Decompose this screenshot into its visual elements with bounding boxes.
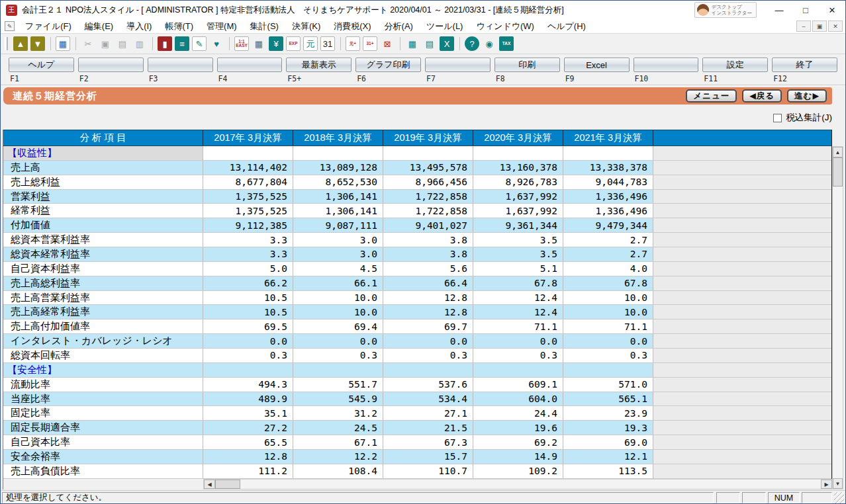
mdi-minimize-button[interactable]: – xyxy=(796,21,811,32)
toolbar-grip[interactable] xyxy=(5,37,8,50)
table-row[interactable]: 安全余裕率 12.8 12.2 15.7 14.9 12.1 xyxy=(3,450,831,464)
function-key-button[interactable]: 最新表示 xyxy=(286,58,352,72)
mdi-close-button[interactable]: ✕ xyxy=(828,21,843,32)
menu-item[interactable]: 分析(A) xyxy=(378,19,420,34)
menu-item[interactable]: 編集(E) xyxy=(78,19,120,34)
menu-item[interactable]: 導入(I) xyxy=(120,19,158,34)
ledger-gen-icon[interactable]: 元 xyxy=(303,36,318,51)
data-receive-icon[interactable]: ▲ xyxy=(13,36,28,51)
menu-item[interactable]: 決算(K) xyxy=(285,19,327,34)
calendar-add-icon[interactable]: 31+ xyxy=(363,36,377,51)
row-label: 売上総利益 xyxy=(3,175,203,190)
menu-item[interactable]: ファイル(F) xyxy=(19,19,78,34)
scroll-right-icon[interactable]: ▶ xyxy=(821,480,832,489)
child-window-icon[interactable]: ✎ xyxy=(5,21,15,31)
table-row[interactable]: 【収益性】 xyxy=(3,146,831,161)
paste-icon[interactable]: ▥ xyxy=(132,36,147,51)
export-exp-icon[interactable]: EXP xyxy=(286,36,301,51)
data-backup-icon[interactable]: ▼ xyxy=(30,36,45,51)
minimize-button[interactable]: — xyxy=(766,1,792,19)
easy-input-icon[interactable]: 1:1 EASY xyxy=(234,36,249,51)
table-row[interactable]: 総資本営業利益率 3.3 3.0 3.8 3.5 2.7 xyxy=(3,233,831,247)
function-key-button[interactable] xyxy=(78,58,144,72)
function-key-bar: ヘルプ F1 F2 F3 F4 最新表示 F5+ グラフ印刷 F6 F7 xyxy=(1,54,845,85)
cut-icon[interactable]: ✂ xyxy=(81,36,95,51)
function-key-button[interactable]: Excel xyxy=(564,58,630,72)
desktop-instructor-button[interactable]: デスクトップ インストラクター xyxy=(694,2,757,19)
horizontal-scroll-thumb[interactable] xyxy=(215,480,240,489)
row-label: 売上高経常利益率 xyxy=(3,305,203,319)
report-table-icon[interactable]: ▦ xyxy=(405,36,420,51)
resize-grip[interactable] xyxy=(834,492,844,503)
horizontal-scrollbar[interactable]: ◀ ▶ xyxy=(203,479,833,489)
vertical-scrollbar[interactable]: ▲ ▼ xyxy=(832,146,843,489)
ledger-book-icon[interactable]: ≡ xyxy=(175,36,189,51)
back-button[interactable]: ◀戻る xyxy=(742,89,782,103)
status-panel xyxy=(742,492,766,503)
help-icon[interactable]: ? xyxy=(465,36,479,51)
table-row[interactable]: 自己資本比率 65.5 67.1 67.3 69.2 69.0 xyxy=(3,435,831,450)
table-row[interactable]: 売上高負債比率 111.2 108.4 110.7 109.2 113.5 xyxy=(3,464,831,479)
table-row[interactable]: 当座比率 489.9 545.9 534.4 604.0 565.1 xyxy=(3,392,831,407)
scroll-left-icon[interactable]: ◀ xyxy=(204,480,215,489)
menu-item[interactable]: 消費税(X) xyxy=(327,19,377,34)
table-row[interactable]: 売上高付加価値率 69.5 69.4 69.7 71.1 71.1 xyxy=(3,319,831,334)
maximize-button[interactable]: □ xyxy=(792,1,819,19)
forward-button[interactable]: 進む▶ xyxy=(787,89,827,103)
table-row[interactable]: 自己資本利益率 5.0 4.5 5.6 5.1 4.0 xyxy=(3,262,831,276)
table-row[interactable]: 固定長期適合率 27.2 24.5 21.5 19.6 19.3 xyxy=(3,421,831,435)
table-row[interactable]: 売上総利益 8,677,804 8,652,530 8,966,456 8,92… xyxy=(3,175,831,190)
vertical-scroll-thumb[interactable] xyxy=(833,157,843,187)
keyboard-entry-icon[interactable]: ▦ xyxy=(252,36,266,51)
menu-item[interactable]: 集計(S) xyxy=(244,19,285,34)
table-row[interactable]: 売上高営業利益率 10.5 10.0 12.8 12.4 10.0 xyxy=(3,291,831,306)
ledger-add-icon[interactable]: 元+ xyxy=(346,36,360,51)
summary-table-icon[interactable]: ▤ xyxy=(422,36,437,51)
table-row[interactable]: インタレスト・カバレッジ・レシオ 0.0 0.0 0.0 0.0 0.0 xyxy=(3,334,831,349)
print-preview-icon[interactable]: ▤ xyxy=(115,36,130,51)
function-key-button[interactable]: ヘルプ xyxy=(9,58,74,72)
table-row[interactable]: 付加価値 9,112,385 9,087,111 9,401,027 9,361… xyxy=(3,218,831,233)
table-row[interactable]: 売上高 13,114,402 13,089,128 13,495,578 13,… xyxy=(3,161,831,175)
menu-item[interactable]: ウィンドウ(W) xyxy=(469,19,540,34)
function-key-button[interactable] xyxy=(148,58,213,72)
function-key-button[interactable] xyxy=(425,58,491,72)
table-row[interactable]: 経常利益 1,375,525 1,306,141 1,722,858 1,637… xyxy=(3,204,831,218)
close-button[interactable]: ✕ xyxy=(819,1,845,19)
row-label: 売上高 xyxy=(3,161,203,175)
mdi-restore-button[interactable]: ▣ xyxy=(812,21,827,32)
scroll-down-icon[interactable]: ▼ xyxy=(833,478,843,489)
menu-select-icon[interactable]: ▦ xyxy=(56,36,70,51)
menu-item[interactable]: 帳簿(T) xyxy=(158,19,200,34)
menu-item[interactable]: ツール(L) xyxy=(420,19,470,34)
function-key-button[interactable] xyxy=(634,58,699,72)
table-row[interactable]: 流動比率 494.3 551.7 537.6 609.1 571.0 xyxy=(3,378,831,392)
function-key-button[interactable]: 印刷 xyxy=(494,58,560,72)
table-row[interactable]: 総資本回転率 0.3 0.3 0.3 0.3 0.3 xyxy=(3,349,831,363)
web-icon[interactable]: ◉ xyxy=(482,36,496,51)
table-row[interactable]: 【安全性】 xyxy=(3,363,831,378)
function-key-button[interactable]: 設定 xyxy=(702,58,768,72)
copy-icon[interactable]: ▣ xyxy=(98,36,113,51)
scroll-up-icon[interactable]: ▲ xyxy=(833,147,843,157)
journal-book-icon[interactable]: ▮ xyxy=(158,36,172,51)
table-row[interactable]: 総資本経常利益率 3.3 3.0 3.8 3.5 2.7 xyxy=(3,247,831,262)
menu-item[interactable]: ヘルプ(H) xyxy=(541,19,592,34)
menu-item[interactable]: 管理(M) xyxy=(200,19,244,34)
function-key-button[interactable] xyxy=(217,58,283,72)
quick-entry-icon[interactable]: ✎ xyxy=(192,36,207,51)
table-row[interactable]: 売上高経常利益率 10.5 10.0 12.8 12.4 10.0 xyxy=(3,305,831,319)
calendar-31-icon[interactable]: 31 xyxy=(320,36,335,51)
table-row[interactable]: 営業利益 1,375,525 1,306,141 1,722,858 1,637… xyxy=(3,190,831,204)
table-row[interactable]: 売上高総利益率 66.2 66.1 66.4 67.8 67.8 xyxy=(3,276,831,291)
function-key-button[interactable]: グラフ印刷 xyxy=(355,58,421,72)
tax-included-checkbox[interactable] xyxy=(773,114,782,122)
function-key-button[interactable]: 終了 xyxy=(772,58,837,72)
excel-export-icon[interactable]: X xyxy=(440,36,454,51)
table-row[interactable]: 固定比率 35.1 31.2 27.1 24.4 23.9 xyxy=(3,406,831,421)
period-lock-icon[interactable]: ⊠ xyxy=(380,36,395,51)
yen-entry-icon[interactable]: ¥ xyxy=(269,36,283,51)
menu-nav-button[interactable]: メニュー xyxy=(686,89,737,103)
favorite-icon[interactable]: ♥ xyxy=(209,36,224,51)
tax-calc-icon[interactable]: TAX xyxy=(499,36,514,51)
